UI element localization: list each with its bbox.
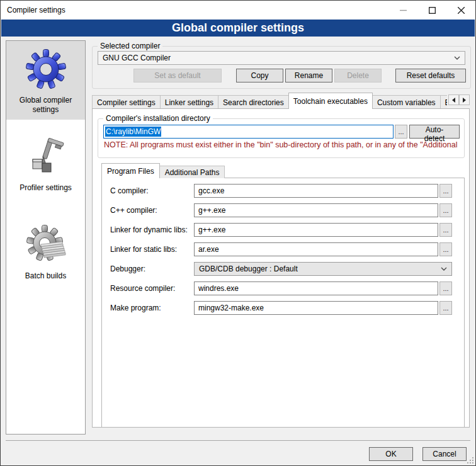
copy-button[interactable]: Copy [236, 69, 283, 82]
toolchain-executables-page: Compiler's installation directory C:\ray… [92, 108, 470, 428]
field-row-debugger: Debugger: GDB/CDB debugger : Default [110, 262, 452, 276]
close-icon [458, 7, 465, 14]
resource-compiler-input[interactable] [194, 281, 438, 295]
autodetect-button[interactable]: Auto-detect [409, 125, 460, 139]
install-dir-row: C:\raylib\MinGW ... Auto-detect [103, 125, 460, 139]
rename-button[interactable]: Rename [285, 69, 332, 82]
program-tabbar: Program Files Additional Paths [101, 163, 224, 178]
browse-button[interactable]: ... [439, 301, 452, 315]
cancel-button[interactable]: Cancel [422, 447, 467, 461]
field-row-c-compiler: C compiler: ... [110, 184, 452, 198]
close-button[interactable] [446, 1, 475, 20]
tab-program-files[interactable]: Program Files [101, 163, 160, 178]
cpp-compiler-input[interactable] [194, 203, 438, 217]
maximize-button[interactable] [417, 1, 446, 20]
field-label: Linker for static libs: [110, 245, 194, 254]
gear-blue-icon [26, 49, 66, 89]
tab-scroll-arrows [448, 94, 470, 105]
install-dir-browse-button[interactable]: ... [395, 125, 407, 139]
ok-button[interactable]: OK [369, 447, 413, 461]
field-row-cpp-compiler: C++ compiler: ... [110, 203, 452, 217]
debugger-select-value: GDB/CDB debugger : Default [199, 264, 298, 273]
field-row-static-linker: Linker for static libs: ... [110, 242, 452, 256]
field-row-make-program: Make program: ... [110, 301, 452, 315]
field-label: Debugger: [110, 264, 194, 273]
tab-search-directories[interactable]: Search directories [218, 95, 289, 109]
browse-button[interactable]: ... [439, 223, 452, 237]
resize-grip[interactable] [467, 457, 473, 463]
selected-compiler-legend: Selected compiler [98, 42, 162, 50]
delete-button[interactable]: Delete [334, 69, 382, 82]
browse-button[interactable]: ... [439, 203, 452, 217]
sidebar-item-profiler-settings[interactable]: Profiler settings [6, 128, 85, 198]
debugger-select[interactable]: GDB/CDB debugger : Default [194, 262, 452, 276]
sidebar-item-label: Profiler settings [17, 183, 74, 193]
install-dir-selected-text: C:\raylib\MinGW [105, 127, 161, 137]
install-dir-group: Compiler's installation directory C:\ray… [98, 114, 465, 158]
main-tabstrip: Compiler settings Linker settings Search… [92, 93, 447, 109]
field-label: Linker for dynamic libs: [110, 225, 194, 234]
browse-button[interactable]: ... [439, 281, 452, 295]
window-title: Compiler settings [7, 6, 388, 14]
right-arrow-icon [463, 98, 466, 103]
sidebar: Global compiler settings Profiler settin… [6, 40, 86, 435]
browse-button[interactable]: ... [439, 184, 452, 198]
sidebar-item-global-compiler-settings[interactable]: Global compiler settings [6, 41, 85, 120]
tab-compiler-settings[interactable]: Compiler settings [92, 95, 161, 109]
set-as-default-button[interactable]: Set as default [133, 69, 222, 82]
tab-build-options[interactable]: Build options [440, 95, 447, 109]
field-label: C compiler: [110, 186, 194, 195]
maximize-icon [429, 7, 436, 14]
dynamic-linker-input[interactable] [194, 223, 438, 237]
note-text: NOTE: All programs must exist either in … [104, 140, 462, 149]
compiler-settings-dialog: Compiler settings Global compiler settin… [0, 0, 476, 466]
dialog-header: Global compiler settings [1, 20, 475, 37]
field-label: C++ compiler: [110, 206, 194, 215]
tab-scroll-left-button[interactable] [448, 94, 459, 105]
tab-scroll-right-button[interactable] [459, 94, 470, 105]
field-label: Resource compiler: [110, 284, 194, 293]
browse-button[interactable]: ... [439, 242, 452, 256]
program-files-page: C compiler: ... C++ compiler: ... Linker… [101, 178, 465, 428]
main-tabbar: Compiler settings Linker settings Search… [92, 93, 470, 109]
sidebar-item-batch-builds[interactable]: Batch builds [6, 217, 85, 286]
reset-defaults-button[interactable]: Reset defaults [395, 69, 466, 82]
gear-stack-icon [26, 225, 66, 265]
tab-custom-variables[interactable]: Custom variables [372, 95, 441, 109]
field-row-dynamic-linker: Linker for dynamic libs: ... [110, 223, 452, 237]
sidebar-item-label: Global compiler settings [8, 96, 84, 115]
tab-toolchain-executables[interactable]: Toolchain executables [288, 93, 373, 109]
c-compiler-input[interactable] [194, 184, 438, 198]
minimize-button[interactable] [388, 1, 417, 20]
field-label: Make program: [110, 304, 194, 312]
selected-compiler-group: Selected compiler GNU GCC Compiler Set a… [92, 42, 471, 89]
minimize-icon [400, 7, 407, 14]
titlebar: Compiler settings [1, 1, 475, 20]
compiler-select-value: GNU GCC Compiler [103, 54, 171, 62]
install-dir-legend: Compiler's installation directory [103, 114, 213, 123]
tab-additional-paths[interactable]: Additional Paths [159, 166, 225, 178]
footer-divider [6, 440, 470, 441]
tab-linker-settings[interactable]: Linker settings [160, 95, 218, 109]
compiler-buttons-row: Set as default Copy Rename Delete Reset … [98, 69, 466, 82]
install-dir-input[interactable]: C:\raylib\MinGW [103, 125, 394, 139]
left-arrow-icon [452, 98, 455, 103]
static-linker-input[interactable] [194, 242, 438, 256]
field-row-resource-compiler: Resource compiler: ... [110, 281, 452, 295]
compiler-select[interactable]: GNU GCC Compiler [98, 51, 465, 65]
chevron-down-icon [454, 56, 460, 60]
make-program-input[interactable] [194, 301, 438, 315]
caliper-icon [26, 137, 66, 177]
sidebar-item-label: Batch builds [23, 271, 69, 281]
chevron-down-icon [441, 267, 447, 271]
